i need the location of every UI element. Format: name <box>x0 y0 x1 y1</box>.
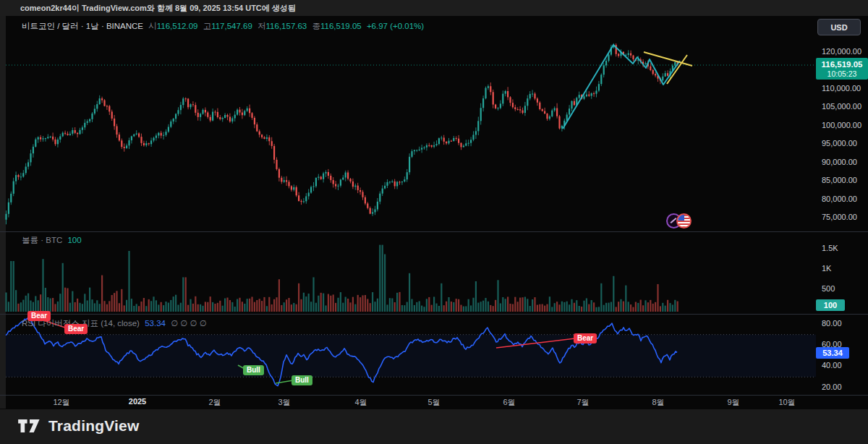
time-axis-label: 4월 <box>354 397 367 408</box>
current-volume-tag: 100 <box>816 299 845 311</box>
current-price-value: 116,519.05 <box>816 59 868 69</box>
ohlc-close-label: 종 <box>312 22 320 30</box>
time-axis-label: 10월 <box>778 397 795 408</box>
time-axis-label: 2025 <box>129 397 146 406</box>
symbol-legend[interactable]: 비트코인 / 달러 · 1날 · BINANCE 시116,512.09 고11… <box>22 21 427 32</box>
ohlc-close-value: 116,519.05 <box>320 22 362 30</box>
economic-events-group[interactable] <box>666 213 698 231</box>
volume-tick: 1.5K <box>822 244 838 252</box>
time-axis-label: 12월 <box>53 397 69 408</box>
us-flag-event-icon[interactable] <box>676 213 692 229</box>
ohlc-low-label: 저 <box>258 22 266 30</box>
bear-divergence-badge: Bear <box>574 333 597 343</box>
time-axis-label: 8월 <box>652 397 664 408</box>
price-tick: 85,000.00 <box>822 176 857 184</box>
us-flag-canton <box>678 215 684 221</box>
price-tick: 80,000.00 <box>822 195 857 203</box>
currency-toggle-button[interactable]: USD <box>817 19 861 35</box>
price-tick: 105,000.00 <box>822 102 861 111</box>
rsi-tick: 80.00 <box>822 319 842 328</box>
change-value: +6.97 (+0.01%) <box>367 22 424 30</box>
volume-tick: 500 <box>822 284 835 293</box>
tradingview-logo-text: TradingView <box>48 417 140 435</box>
bear-divergence-badge: Bear <box>27 311 51 321</box>
chart-canvas[interactable] <box>0 0 868 444</box>
price-tick: 110,000.00 <box>822 84 861 93</box>
rsi-tick: 40.00 <box>822 361 842 370</box>
bar-countdown: 10:05:23 <box>816 69 868 78</box>
time-axis-label: 6월 <box>503 397 515 408</box>
rsi-tick: 20.00 <box>822 383 842 391</box>
symbol-title[interactable]: 비트코인 / 달러 · 1날 · BINANCE <box>22 22 143 30</box>
ohlc-low-value: 116,157.63 <box>266 22 307 30</box>
time-axis-label: 2월 <box>208 397 221 408</box>
volume-legend[interactable]: 볼륨 · BTC 100 <box>22 235 85 246</box>
time-axis-label: 7월 <box>576 397 589 408</box>
price-tick: 120,000.00 <box>822 47 861 56</box>
tradingview-snapshot: comeon2kr44이 TradingView.com와 함께 8월 09, … <box>0 0 868 444</box>
bull-divergence-badge: Bull <box>292 375 312 385</box>
ohlc-open-label: 시 <box>148 22 157 30</box>
bear-divergence-badge: Bear <box>64 324 88 334</box>
volume-value: 100 <box>67 236 81 244</box>
time-axis-label: 9월 <box>727 397 739 408</box>
footer-bar: TradingView <box>0 409 868 444</box>
ohlc-high-value: 117,547.69 <box>211 22 252 30</box>
time-axis-label: 5월 <box>427 397 440 408</box>
tradingview-logo[interactable]: TradingView <box>17 417 140 435</box>
ohlc-high-label: 고 <box>203 22 212 30</box>
time-axis-label: 3월 <box>278 397 290 408</box>
rsi-empty-sets: ∅ ∅ ∅ ∅ <box>171 319 207 328</box>
bull-divergence-badge: Bull <box>243 365 264 375</box>
current-rsi-tag: 53.34 <box>816 347 849 359</box>
volume-title[interactable]: 볼륨 · BTC <box>22 236 62 244</box>
volume-tick: 1K <box>822 264 831 273</box>
price-tick: 75,000.00 <box>822 213 857 221</box>
rsi-value: 53.34 <box>145 319 166 328</box>
current-price-tag: 116,519.05 10:05:23 <box>816 58 868 80</box>
tradingview-logo-icon <box>17 417 42 435</box>
price-tick: 95,000.00 <box>822 139 857 148</box>
price-tick: 100,000.00 <box>822 121 861 129</box>
ohlc-open-value: 116,512.09 <box>157 22 198 30</box>
price-tick: 90,000.00 <box>822 158 857 166</box>
